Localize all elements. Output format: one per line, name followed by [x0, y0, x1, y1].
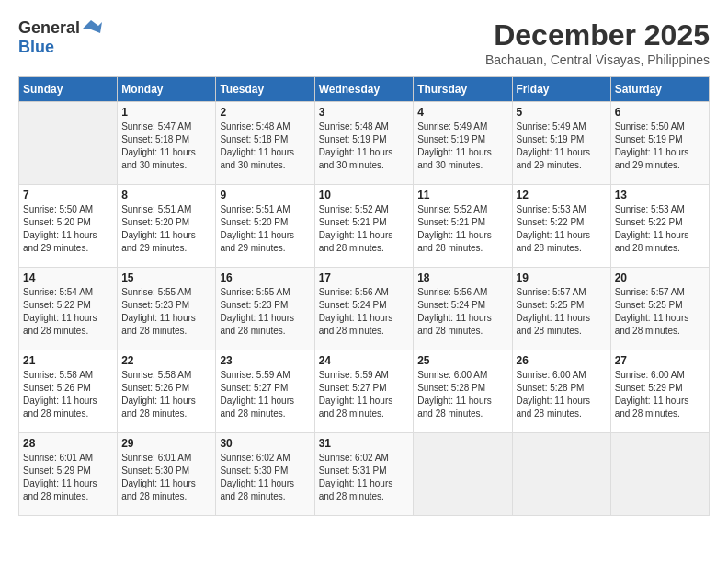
daylight-text: Daylight: 11 hoursand 28 minutes. — [121, 478, 196, 501]
daylight-text: Daylight: 11 hoursand 30 minutes. — [319, 147, 393, 170]
daylight-text: Daylight: 11 hoursand 29 minutes. — [615, 147, 689, 170]
day-info: Sunrise: 5:53 AMSunset: 5:22 PMDaylight:… — [615, 203, 705, 255]
calendar-day-cell: 20Sunrise: 5:57 AMSunset: 5:25 PMDayligh… — [610, 268, 709, 350]
day-info: Sunrise: 5:48 AMSunset: 5:18 PMDaylight:… — [220, 121, 310, 172]
day-info: Sunrise: 5:54 AMSunset: 5:22 PMDaylight:… — [23, 286, 113, 338]
day-number: 31 — [319, 437, 410, 450]
calendar-day-cell: 10Sunrise: 5:52 AMSunset: 5:21 PMDayligh… — [314, 185, 414, 268]
weekday-header: Sunday — [19, 77, 118, 102]
day-number: 2 — [220, 106, 310, 119]
logo-blue-text: Blue — [18, 38, 54, 56]
sunset-text: Sunset: 5:19 PM — [615, 134, 683, 144]
sunset-text: Sunset: 5:28 PM — [417, 383, 485, 393]
sunset-text: Sunset: 5:26 PM — [121, 383, 189, 393]
month-title: December 2025 — [485, 18, 710, 52]
day-number: 6 — [615, 106, 705, 119]
day-number: 3 — [319, 106, 410, 119]
sunset-text: Sunset: 5:19 PM — [517, 134, 585, 144]
calendar-day-cell: 29Sunrise: 6:01 AMSunset: 5:30 PMDayligh… — [118, 433, 216, 516]
day-number: 13 — [615, 189, 705, 201]
sunrise-text: Sunrise: 6:00 AM — [517, 370, 586, 380]
day-info: Sunrise: 5:56 AMSunset: 5:24 PMDaylight:… — [319, 286, 410, 338]
day-number: 20 — [615, 271, 705, 284]
daylight-text: Daylight: 11 hoursand 29 minutes. — [23, 230, 97, 253]
calendar-table: SundayMondayTuesdayWednesdayThursdayFrid… — [18, 76, 710, 516]
day-info: Sunrise: 6:01 AMSunset: 5:30 PMDaylight:… — [121, 452, 211, 503]
day-number: 1 — [121, 106, 211, 119]
daylight-text: Daylight: 11 hoursand 28 minutes. — [23, 313, 97, 336]
day-number: 14 — [23, 271, 113, 284]
weekday-header: Tuesday — [216, 77, 314, 102]
day-number: 27 — [615, 354, 705, 367]
daylight-text: Daylight: 11 hoursand 28 minutes. — [517, 313, 591, 336]
sunrise-text: Sunrise: 6:00 AM — [615, 370, 685, 380]
daylight-text: Daylight: 11 hoursand 28 minutes. — [417, 313, 492, 336]
sunrise-text: Sunrise: 5:53 AM — [517, 204, 586, 214]
calendar-day-cell: 6Sunrise: 5:50 AMSunset: 5:19 PMDaylight… — [610, 102, 709, 185]
weekday-header: Monday — [118, 77, 216, 102]
day-number: 24 — [319, 354, 410, 367]
daylight-text: Daylight: 11 hoursand 28 minutes. — [319, 396, 393, 419]
daylight-text: Daylight: 11 hoursand 28 minutes. — [417, 396, 492, 419]
sunrise-text: Sunrise: 5:52 AM — [319, 204, 389, 214]
daylight-text: Daylight: 11 hoursand 28 minutes. — [121, 313, 196, 336]
calendar-day-cell: 8Sunrise: 5:51 AMSunset: 5:20 PMDaylight… — [118, 185, 216, 268]
day-number: 7 — [23, 189, 113, 201]
calendar-day-cell: 11Sunrise: 5:52 AMSunset: 5:21 PMDayligh… — [414, 185, 512, 268]
sunset-text: Sunset: 5:22 PM — [615, 217, 683, 227]
day-info: Sunrise: 6:00 AMSunset: 5:28 PMDaylight:… — [417, 369, 507, 420]
sunset-text: Sunset: 5:30 PM — [121, 465, 189, 476]
sunrise-text: Sunrise: 5:51 AM — [220, 204, 290, 214]
sunrise-text: Sunrise: 5:58 AM — [121, 370, 191, 380]
sunset-text: Sunset: 5:25 PM — [615, 300, 683, 310]
sunset-text: Sunset: 5:27 PM — [220, 383, 288, 393]
day-info: Sunrise: 5:50 AMSunset: 5:19 PMDaylight:… — [615, 121, 705, 172]
sunrise-text: Sunrise: 5:56 AM — [319, 287, 389, 297]
calendar-day-cell: 15Sunrise: 5:55 AMSunset: 5:23 PMDayligh… — [118, 268, 216, 350]
sunset-text: Sunset: 5:27 PM — [319, 383, 387, 393]
sunset-text: Sunset: 5:25 PM — [517, 300, 585, 310]
sunrise-text: Sunrise: 5:53 AM — [615, 204, 685, 214]
calendar-day-cell: 7Sunrise: 5:50 AMSunset: 5:20 PMDaylight… — [19, 185, 118, 268]
sunset-text: Sunset: 5:28 PM — [517, 383, 585, 393]
sunrise-text: Sunrise: 5:50 AM — [23, 204, 93, 214]
logo-general-text: General — [18, 18, 80, 38]
calendar-day-cell — [19, 102, 118, 185]
page-header: General Blue December 2025 Bachauan, Cen… — [18, 18, 710, 67]
day-number: 8 — [121, 189, 211, 201]
day-number: 23 — [220, 354, 310, 367]
sunrise-text: Sunrise: 5:49 AM — [417, 121, 487, 132]
day-info: Sunrise: 6:02 AMSunset: 5:30 PMDaylight:… — [220, 452, 310, 503]
sunrise-text: Sunrise: 6:01 AM — [23, 453, 93, 463]
day-number: 19 — [517, 271, 607, 284]
sunrise-text: Sunrise: 5:55 AM — [121, 287, 191, 297]
day-info: Sunrise: 5:51 AMSunset: 5:20 PMDaylight:… — [220, 203, 310, 255]
calendar-day-cell: 9Sunrise: 5:51 AMSunset: 5:20 PMDaylight… — [216, 185, 314, 268]
day-info: Sunrise: 5:52 AMSunset: 5:21 PMDaylight:… — [319, 203, 410, 255]
daylight-text: Daylight: 11 hoursand 28 minutes. — [319, 230, 393, 253]
logo: General Blue — [18, 18, 102, 57]
day-number: 17 — [319, 271, 410, 284]
calendar-day-cell: 14Sunrise: 5:54 AMSunset: 5:22 PMDayligh… — [19, 268, 118, 350]
day-info: Sunrise: 5:51 AMSunset: 5:20 PMDaylight:… — [121, 203, 211, 255]
daylight-text: Daylight: 11 hoursand 28 minutes. — [23, 478, 97, 501]
sunrise-text: Sunrise: 5:52 AM — [417, 204, 487, 214]
sunset-text: Sunset: 5:29 PM — [615, 383, 683, 393]
calendar-day-cell — [512, 433, 610, 516]
calendar-day-cell: 1Sunrise: 5:47 AMSunset: 5:18 PMDaylight… — [118, 102, 216, 185]
sunset-text: Sunset: 5:21 PM — [417, 217, 485, 227]
daylight-text: Daylight: 11 hoursand 30 minutes. — [417, 147, 492, 170]
daylight-text: Daylight: 11 hoursand 28 minutes. — [220, 478, 294, 501]
sunrise-text: Sunrise: 6:00 AM — [417, 370, 487, 380]
daylight-text: Daylight: 11 hoursand 30 minutes. — [121, 147, 196, 170]
sunrise-text: Sunrise: 5:48 AM — [220, 121, 290, 132]
day-number: 15 — [121, 271, 211, 284]
day-info: Sunrise: 5:58 AMSunset: 5:26 PMDaylight:… — [23, 369, 113, 420]
daylight-text: Daylight: 11 hoursand 30 minutes. — [220, 147, 294, 170]
weekday-header: Friday — [512, 77, 610, 102]
calendar-day-cell: 23Sunrise: 5:59 AMSunset: 5:27 PMDayligh… — [216, 350, 314, 433]
day-number: 5 — [517, 106, 607, 119]
calendar-day-cell: 4Sunrise: 5:49 AMSunset: 5:19 PMDaylight… — [414, 102, 512, 185]
daylight-text: Daylight: 11 hoursand 28 minutes. — [517, 396, 591, 419]
daylight-text: Daylight: 11 hoursand 29 minutes. — [220, 230, 294, 253]
